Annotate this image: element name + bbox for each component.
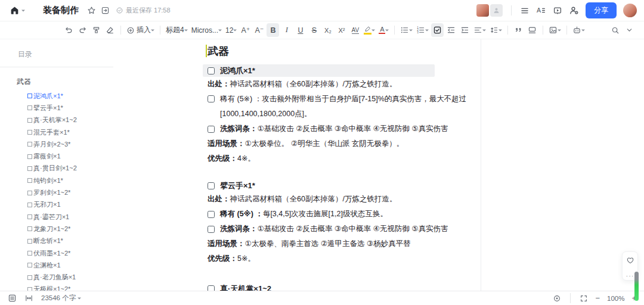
- search-icon[interactable]: [611, 26, 620, 35]
- undo-button[interactable]: [63, 23, 75, 37]
- widget-button[interactable]: [571, 23, 586, 37]
- locate-icon[interactable]: [553, 294, 561, 303]
- toc-item[interactable]: 擘云手×1*: [0, 102, 119, 114]
- star-icon[interactable]: [87, 6, 96, 15]
- toc-item[interactable]: 纯钧剑×1*: [0, 175, 119, 186]
- toc-item[interactable]: 真·老刀鱼肠×1: [0, 271, 119, 283]
- redo-button[interactable]: [76, 23, 89, 37]
- font-family-select[interactable]: Micros...: [190, 23, 223, 37]
- item-title-row[interactable]: 真·天机掌×1~2: [208, 282, 488, 291]
- indent-button[interactable]: [459, 23, 471, 37]
- toc-item[interactable]: 尘渊枪×1: [0, 259, 119, 271]
- scene-line[interactable]: 适用场景：①太极拳位。 ②明华主（华山派 玄阴无极拳）。: [208, 136, 488, 151]
- outline-mode-icon[interactable]: A: [536, 5, 546, 15]
- toc-item[interactable]: 露薇剑×1: [0, 150, 119, 162]
- outline-toggle-icon[interactable]: [8, 294, 17, 303]
- checkbox-icon[interactable]: [208, 285, 215, 291]
- toc-section-weapons[interactable]: 武器: [0, 67, 119, 90]
- checkbox-icon[interactable]: [208, 182, 215, 189]
- font-color-button[interactable]: A: [377, 23, 390, 37]
- toc-item[interactable]: 泥鸿爪×1*: [0, 90, 119, 102]
- toc-item[interactable]: 伏雨墨×1~2*: [0, 247, 119, 259]
- checkbox-icon[interactable]: [208, 226, 215, 233]
- toc-item[interactable]: 无邪刀×1: [0, 199, 119, 211]
- divider: [543, 26, 543, 35]
- rare-line[interactable]: 稀有 (5※) ：攻击额外附带相当于自身护盾[7-15]%的真实伤害，最大不超过…: [208, 92, 488, 122]
- toc-item[interactable]: 弄月剑×2~3*: [0, 138, 119, 150]
- strikethrough-button[interactable]: S: [308, 23, 320, 37]
- scene-line[interactable]: 适用场景：①太极拳、南拳主首选 ②遁甲主备选 ③杨妙真平替: [208, 236, 488, 251]
- priority-line[interactable]: 优先级：4※。: [208, 151, 488, 166]
- present-icon[interactable]: [553, 6, 562, 15]
- checkbox-icon[interactable]: [208, 95, 215, 102]
- font-size-increase-button[interactable]: A⁺: [239, 23, 252, 37]
- outdent-button[interactable]: [445, 23, 457, 37]
- italic-button[interactable]: I: [280, 23, 293, 37]
- task-list-button[interactable]: [431, 23, 444, 37]
- refine-line[interactable]: 洗炼词条：①基础攻击 ②反击概率 ③命中概率 ④无视防御 ⑤真实伤害: [208, 122, 488, 136]
- heading-style-select[interactable]: 标题4: [165, 23, 189, 37]
- toc-item[interactable]: 罗刹剑×1~2*: [0, 186, 119, 198]
- page-width-icon[interactable]: [24, 294, 33, 303]
- checkbox-icon[interactable]: [208, 67, 215, 74]
- align-button[interactable]: [472, 23, 487, 37]
- clear-format-icon[interactable]: [104, 23, 116, 37]
- ordered-list-button[interactable]: 123: [415, 23, 430, 37]
- quote-button[interactable]: [512, 23, 525, 37]
- toc-item[interactable]: 龙象刀×1~2*: [0, 223, 119, 235]
- refine-line[interactable]: 洗炼词条：①基础攻击 ②反击概率 ③命中概率 ④无视防御 ⑤真实伤害: [208, 222, 488, 236]
- image-button[interactable]: [547, 23, 562, 37]
- item-title-row[interactable]: 泥鸿爪×1*: [203, 64, 435, 77]
- superscript-button[interactable]: X²: [335, 23, 348, 37]
- collaborator-avatar-placeholder[interactable]: [490, 4, 503, 17]
- document-title[interactable]: 装备制作: [43, 5, 79, 16]
- insert-button[interactable]: 插入: [125, 23, 156, 37]
- share-button[interactable]: 分享: [586, 2, 617, 18]
- more-button[interactable]: ···: [626, 274, 634, 278]
- collaborator-avatar[interactable]: [476, 4, 489, 17]
- highlight-color-button[interactable]: [363, 23, 376, 37]
- source-line[interactable]: 出处：神话武器材料箱（全60副本掉落）/万炼之铁打造。: [208, 77, 488, 92]
- heart-icon[interactable]: [626, 256, 634, 264]
- letter-spacing-button[interactable]: AV: [349, 23, 361, 37]
- format-painter-icon[interactable]: [90, 23, 103, 37]
- page-title[interactable]: 武器: [208, 44, 488, 58]
- font-size-select[interactable]: 12: [224, 23, 238, 37]
- bullet-list-button[interactable]: [399, 23, 414, 37]
- toc-item[interactable]: 断念斩×1*: [0, 235, 119, 247]
- home-button[interactable]: [7, 3, 27, 18]
- word-count[interactable]: 23546 个字: [41, 294, 81, 303]
- font-size-decrease-button[interactable]: A⁻: [253, 23, 265, 37]
- rare-text-continued: [1000,1400,1800,2000点]。: [220, 107, 466, 122]
- zoom-out-button[interactable]: −: [595, 294, 600, 303]
- user-avatar[interactable]: [623, 4, 637, 17]
- collapse-toolbar-icon[interactable]: [626, 26, 633, 34]
- underline-button[interactable]: U: [294, 23, 306, 37]
- share-to-icon[interactable]: [101, 6, 110, 15]
- chevron-down-icon: [581, 29, 585, 33]
- toc-item[interactable]: 真·鎏芒刀×1: [0, 211, 119, 223]
- toc-item[interactable]: 真·天机掌×1~2: [0, 114, 119, 126]
- reader-permission-icon[interactable]: [569, 5, 579, 15]
- scrollbar-thumb[interactable]: [634, 272, 639, 301]
- item-title-row[interactable]: 擘云手×1*: [208, 179, 488, 192]
- priority-line[interactable]: 优先级：5※。: [208, 251, 488, 266]
- toc-item[interactable]: 真·贯日剑×1~2: [0, 163, 119, 175]
- source-line[interactable]: 出处：神话武器材料箱（全60副本掉落）/万炼之铁打造。: [208, 192, 488, 207]
- source-label: 出处：: [208, 195, 230, 203]
- font-size-value: 12: [225, 26, 233, 35]
- checkbox-icon[interactable]: [208, 211, 215, 218]
- subscript-button[interactable]: X₂: [321, 23, 334, 37]
- line-spacing-button[interactable]: [488, 23, 503, 37]
- checkbox-icon: [27, 275, 32, 280]
- document-canvas[interactable]: 武器 泥鸿爪×1* 出处：神话武器材料箱（全60副本掉落）/万炼之铁打造。 稀有…: [119, 39, 644, 291]
- insert-label: 插入: [137, 25, 151, 35]
- rare-line[interactable]: 稀有 (5※) ：每[3,4,5]次攻击施展[1,2]级状态互换。: [208, 207, 488, 222]
- refine-text: ①基础攻击 ②反击概率 ③命中概率 ④无视防御 ⑤真实伤害: [258, 225, 448, 233]
- toc-item[interactable]: 混元手套×1*: [0, 126, 119, 138]
- fullscreen-icon[interactable]: [580, 294, 588, 303]
- catalog-menu-icon[interactable]: [520, 6, 530, 15]
- checkbox-icon[interactable]: [208, 126, 215, 133]
- callout-button[interactable]: [526, 23, 538, 37]
- bold-button[interactable]: B: [267, 23, 279, 37]
